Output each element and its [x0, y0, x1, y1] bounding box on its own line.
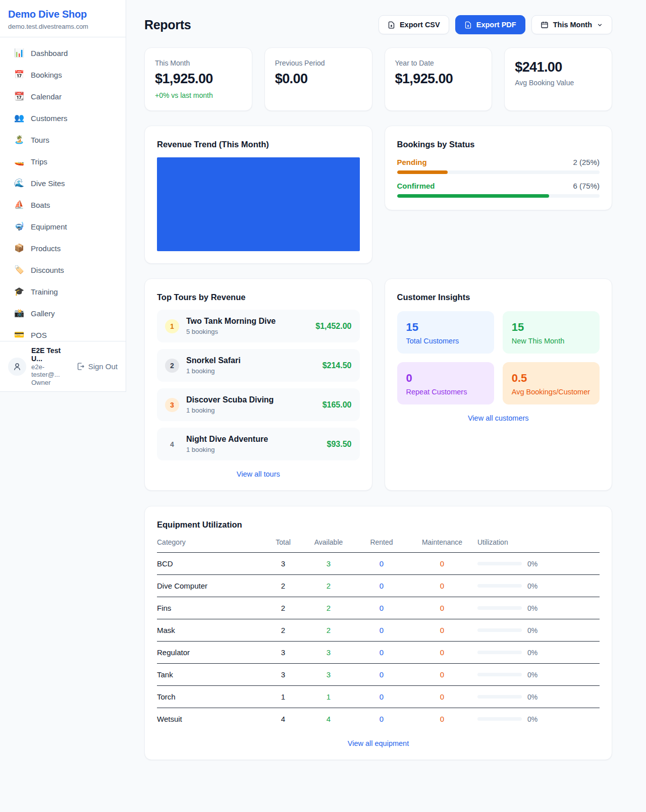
sidebar-item-equipment[interactable]: 🤿 Equipment: [8, 217, 118, 236]
utilization-cell: 0%: [477, 604, 600, 612]
equipment-maintenance: 0: [407, 582, 477, 590]
status-row-pending: Pending 2 (25%): [397, 158, 600, 174]
sidebar-item-label: Gallery: [31, 309, 55, 318]
equipment-category: Dive Computer: [157, 582, 265, 590]
file-download-icon: [464, 21, 472, 29]
equipment-maintenance: 0: [407, 670, 477, 679]
table-row: Regulator 3 3 0 0 0%: [157, 642, 600, 664]
sidebar-item-pos[interactable]: 💳 POS: [8, 325, 118, 341]
table-row: BCD 3 3 0 0 0%: [157, 553, 600, 575]
sidebar-item-label: Boats: [31, 201, 50, 209]
charts-row: Revenue Trend (This Month) Bookings by S…: [144, 126, 612, 264]
page-header: Reports Export CSV Export PDF: [144, 15, 612, 34]
revenue-trend-chart: [157, 157, 360, 251]
page-title: Reports: [144, 18, 191, 32]
insight-tile-avg-bookings: 0.5 Avg Bookings/Customer: [503, 362, 600, 404]
speedboat-icon: 🚤: [14, 157, 24, 166]
utilization-cell: 0%: [477, 582, 600, 590]
status-row-confirmed: Confirmed 6 (75%): [397, 182, 600, 198]
period-label: This Month: [553, 21, 592, 29]
table-row: Mask 2 2 0 0 0%: [157, 619, 600, 642]
equipment-total: 3: [265, 559, 301, 568]
stat-card-this-month: This Month $1,925.00 +0% vs last month: [144, 47, 252, 111]
equipment-available: 3: [301, 559, 356, 568]
calendar-icon: [541, 21, 549, 29]
insight-grid: 15 Total Customers 15 New This Month 0 R…: [397, 311, 600, 404]
sidebar-item-label: Trips: [31, 157, 47, 166]
export-csv-button[interactable]: Export CSV: [379, 15, 449, 34]
sidebar: Demo Dive Shop demo.test.divestreams.com…: [0, 0, 126, 392]
sidebar-item-label: POS: [31, 331, 47, 339]
view-all-customers-link[interactable]: View all customers: [397, 414, 600, 422]
sidebar-item-tours[interactable]: 🏝️ Tours: [8, 130, 118, 149]
bookings-by-status-panel: Bookings by Status Pending 2 (25%) Confi…: [385, 126, 613, 210]
sidebar-item-dashboard[interactable]: 📊 Dashboard: [8, 43, 118, 63]
utilization-percent: 0%: [527, 626, 537, 634]
insight-value: 0.5: [512, 371, 590, 385]
equipment-total: 2: [265, 604, 301, 612]
equipment-available: 1: [301, 692, 356, 701]
rank-badge: 3: [165, 398, 179, 412]
utilization-percent: 0%: [527, 715, 537, 723]
equipment-category: Fins: [157, 604, 265, 612]
sign-out-label: Sign Out: [88, 362, 118, 371]
wave-icon: 🌊: [14, 179, 24, 188]
sidebar-item-dive-sites[interactable]: 🌊 Dive Sites: [8, 173, 118, 193]
sidebar-item-discounts[interactable]: 🏷️ Discounts: [8, 260, 118, 279]
col-header-available: Available: [301, 538, 356, 546]
equipment-available: 4: [301, 715, 356, 723]
equipment-category: Wetsuit: [157, 715, 265, 723]
insight-label: Repeat Customers: [406, 387, 485, 397]
utilization-percent: 0%: [527, 604, 537, 612]
tour-row: 1 Two Tank Morning Dive 5 bookings $1,45…: [157, 310, 360, 342]
equipment-table: Category Total Available Rented Maintena…: [157, 538, 600, 730]
equipment-available: 3: [301, 670, 356, 679]
insight-tile-total-customers: 15 Total Customers: [397, 311, 494, 354]
sign-out-button[interactable]: Sign Out: [76, 362, 118, 371]
stat-value: $1,925.00: [395, 70, 482, 88]
equipment-category: BCD: [157, 559, 265, 568]
tour-revenue: $165.00: [322, 400, 352, 410]
shop-name: Demo Dive Shop: [8, 9, 118, 20]
table-row: Fins 2 2 0 0 0%: [157, 597, 600, 619]
equipment-available: 2: [301, 604, 356, 612]
tour-bookings-count: 1 booking: [186, 367, 315, 376]
sidebar-item-training[interactable]: 🎓 Training: [8, 282, 118, 301]
col-header-rented: Rented: [356, 538, 407, 546]
view-all-equipment-link[interactable]: View all equipment: [157, 739, 600, 747]
sidebar-item-gallery[interactable]: 📸 Gallery: [8, 304, 118, 323]
status-count: 6 (75%): [573, 182, 600, 190]
equipment-maintenance: 0: [407, 692, 477, 701]
user-info: E2E Test U... e2e-tester@... Owner: [31, 346, 71, 386]
table-row: Dive Computer 2 2 0 0 0%: [157, 575, 600, 597]
equipment-rented: 0: [356, 626, 407, 634]
sidebar-item-calendar[interactable]: 📆 Calendar: [8, 87, 118, 106]
diving-mask-icon: 🤿: [14, 222, 24, 231]
stat-label: Previous Period: [275, 58, 362, 68]
view-all-tours-link[interactable]: View all tours: [157, 470, 360, 478]
utilization-track: [477, 717, 522, 721]
utilization-cell: 0%: [477, 560, 600, 568]
user-footer: E2E Test U... e2e-tester@... Owner Sign …: [0, 341, 126, 391]
tour-bookings-count: 1 booking: [186, 406, 315, 415]
tour-row: 2 Snorkel Safari 1 booking $214.50: [157, 349, 360, 382]
progress-fill: [397, 194, 549, 198]
equipment-rented: 0: [356, 559, 407, 568]
export-pdf-button[interactable]: Export PDF: [455, 15, 525, 34]
sidebar-item-label: Equipment: [31, 222, 67, 231]
sidebar-item-products[interactable]: 📦 Products: [8, 239, 118, 258]
equipment-total: 4: [265, 715, 301, 723]
insight-label: Avg Bookings/Customer: [512, 387, 590, 397]
sidebar-item-label: Discounts: [31, 266, 64, 274]
status-count: 2 (25%): [573, 158, 600, 166]
sidebar-item-label: Dashboard: [31, 49, 68, 57]
main-content: Reports Export CSV Export PDF: [126, 0, 619, 780]
equipment-total: 1: [265, 692, 301, 701]
sidebar-item-boats[interactable]: ⛵ Boats: [8, 195, 118, 214]
period-dropdown[interactable]: This Month: [531, 15, 612, 34]
sidebar-item-customers[interactable]: 👥 Customers: [8, 108, 118, 128]
sidebar-item-trips[interactable]: 🚤 Trips: [8, 152, 118, 171]
utilization-track: [477, 628, 522, 632]
sidebar-item-bookings[interactable]: 📅 Bookings: [8, 65, 118, 84]
insight-value: 15: [406, 320, 485, 334]
